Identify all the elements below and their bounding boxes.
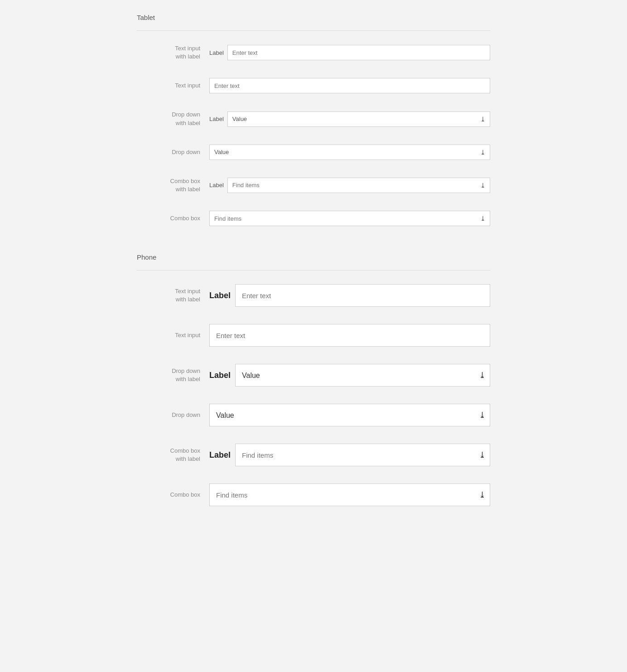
- tablet-dropdown-row-label: Drop down: [137, 148, 209, 156]
- tablet-section-divider: [137, 30, 490, 31]
- tablet-text-input-wrapper: [209, 78, 490, 93]
- tablet-dropdown-wrapper: Value Option 1 Option 2 ⤓: [209, 145, 490, 160]
- tablet-dropdown-with-label-row: Drop downwith label Label Value Option 1…: [137, 111, 490, 131]
- phone-text-input-with-label-wrapper: Label: [209, 284, 490, 307]
- tablet-dropdown-with-label-row-label: Drop downwith label: [137, 111, 209, 127]
- phone-dropdown-with-label-select[interactable]: Value Option 1 Option 2: [235, 364, 490, 387]
- phone-combo-input-wrapper: ⤓: [209, 483, 490, 506]
- tablet-combo-input-wrapper: ⤓: [209, 211, 490, 226]
- phone-combo-with-label-row-label: Combo boxwith label: [137, 447, 209, 463]
- phone-text-input-row: Text input: [137, 324, 490, 351]
- tablet-text-input-row-label: Text input: [137, 82, 209, 90]
- phone-combo-with-label-wrapper: Label ⤓: [209, 444, 490, 466]
- phone-text-input-with-label-field[interactable]: [235, 284, 490, 307]
- phone-dropdown-row-label: Drop down: [137, 411, 209, 419]
- tablet-dropdown-select[interactable]: Value Option 1 Option 2: [209, 145, 490, 160]
- phone-text-input-wrapper: [209, 324, 490, 347]
- phone-combo-wrapper: ⤓: [209, 483, 490, 506]
- tablet-text-input-row: Text input: [137, 78, 490, 98]
- tablet-dropdown-with-label-select[interactable]: Value Option 1 Option 2: [227, 111, 490, 127]
- phone-dropdown-with-label-wrapper: Label Value Option 1 Option 2 ⤓: [209, 364, 490, 387]
- page-container: Tablet Text inputwith label Label Text i…: [110, 14, 517, 511]
- phone-combo-row: Combo box ⤓: [137, 483, 490, 511]
- tablet-text-input-with-label-wrapper: Label: [209, 45, 490, 60]
- tablet-text-input-inline-label: Label: [209, 49, 224, 56]
- tablet-combo-with-label-row-label: Combo boxwith label: [137, 177, 209, 193]
- phone-dropdown-with-label-row: Drop downwith label Label Value Option 1…: [137, 364, 490, 391]
- phone-dropdown-select-wrapper: Value Option 1 Option 2 ⤓: [209, 404, 490, 426]
- tablet-combo-with-label-input-wrapper: ⤓: [227, 178, 490, 193]
- phone-section: Phone Text inputwith label Label Text in…: [137, 253, 490, 511]
- phone-dropdown-select[interactable]: Value Option 1 Option 2: [209, 404, 490, 426]
- phone-dropdown-row: Drop down Value Option 1 Option 2 ⤓: [137, 404, 490, 431]
- phone-section-divider: [137, 270, 490, 271]
- tablet-section: Tablet Text inputwith label Label Text i…: [137, 14, 490, 231]
- tablet-text-input-field[interactable]: [209, 78, 490, 93]
- tablet-dropdown-row: Drop down Value Option 1 Option 2 ⤓: [137, 145, 490, 164]
- phone-dropdown-with-label-row-label: Drop downwith label: [137, 367, 209, 383]
- phone-combo-input[interactable]: [209, 483, 490, 506]
- tablet-combo-with-label-row: Combo boxwith label Label ⤓: [137, 177, 490, 198]
- tablet-dropdown-with-label-wrapper: Label Value Option 1 Option 2 ⤓: [209, 111, 490, 127]
- phone-text-input-with-label-row-label: Text inputwith label: [137, 287, 209, 304]
- phone-text-input-with-label-row: Text inputwith label Label: [137, 284, 490, 311]
- phone-combo-inline-label: Label: [209, 450, 231, 460]
- tablet-combo-with-label-input[interactable]: [227, 178, 490, 193]
- phone-dropdown-with-label-select-wrapper: Value Option 1 Option 2 ⤓: [235, 364, 490, 387]
- tablet-dropdown-with-label-select-wrapper: Value Option 1 Option 2 ⤓: [227, 111, 490, 127]
- tablet-text-input-with-label-row: Text inputwith label Label: [137, 44, 490, 65]
- phone-section-title: Phone: [137, 253, 490, 261]
- tablet-dropdown-select-wrapper: Value Option 1 Option 2 ⤓: [209, 145, 490, 160]
- phone-text-input-field[interactable]: [209, 324, 490, 347]
- tablet-combo-inline-label: Label: [209, 182, 224, 189]
- tablet-text-input-with-label-field[interactable]: [227, 45, 490, 60]
- tablet-combo-row: Combo box ⤓: [137, 211, 490, 231]
- phone-text-input-inline-label: Label: [209, 291, 231, 300]
- phone-dropdown-wrapper: Value Option 1 Option 2 ⤓: [209, 404, 490, 426]
- phone-dropdown-inline-label: Label: [209, 371, 231, 380]
- phone-combo-with-label-input[interactable]: [235, 444, 490, 466]
- tablet-combo-input[interactable]: [209, 211, 490, 226]
- tablet-combo-wrapper: ⤓: [209, 211, 490, 226]
- tablet-text-input-with-label-row-label: Text inputwith label: [137, 44, 209, 61]
- phone-combo-row-label: Combo box: [137, 491, 209, 499]
- phone-text-input-row-label: Text input: [137, 331, 209, 339]
- tablet-combo-with-label-wrapper: Label ⤓: [209, 178, 490, 193]
- tablet-dropdown-inline-label: Label: [209, 116, 224, 122]
- tablet-combo-row-label: Combo box: [137, 214, 209, 222]
- phone-combo-with-label-input-wrapper: ⤓: [235, 444, 490, 466]
- phone-combo-with-label-row: Combo boxwith label Label ⤓: [137, 444, 490, 471]
- tablet-section-title: Tablet: [137, 14, 490, 21]
